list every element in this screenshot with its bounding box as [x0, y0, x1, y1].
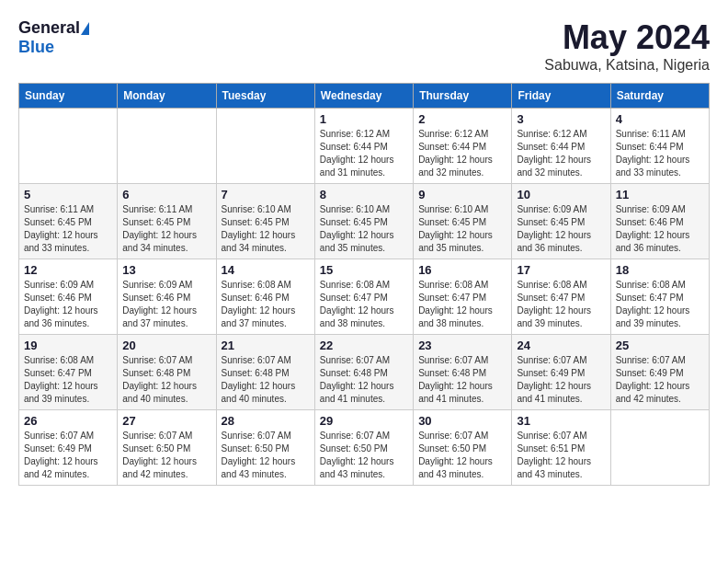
day-number: 15 — [320, 263, 408, 277]
day-number: 31 — [517, 414, 605, 428]
day-number: 14 — [222, 263, 310, 277]
day-info: Sunrise: 6:07 AM Sunset: 6:50 PM Dayligh… — [222, 430, 310, 481]
day-info: Sunrise: 6:09 AM Sunset: 6:46 PM Dayligh… — [616, 203, 704, 255]
calendar-day-cell: 25Sunrise: 6:07 AM Sunset: 6:49 PM Dayli… — [610, 335, 709, 410]
day-info: Sunrise: 6:07 AM Sunset: 6:48 PM Dayligh… — [418, 354, 506, 406]
calendar-day-cell: 1Sunrise: 6:12 AM Sunset: 6:44 PM Daylig… — [314, 109, 413, 184]
day-info: Sunrise: 6:07 AM Sunset: 6:51 PM Dayligh… — [517, 430, 605, 481]
location-title: Sabuwa, Katsina, Nigeria — [544, 57, 710, 74]
calendar-day-cell: 10Sunrise: 6:09 AM Sunset: 6:45 PM Dayli… — [512, 184, 610, 259]
day-number: 22 — [320, 339, 408, 352]
day-info: Sunrise: 6:07 AM Sunset: 6:50 PM Dayligh… — [122, 430, 210, 481]
calendar-day-cell: 20Sunrise: 6:07 AM Sunset: 6:48 PM Dayli… — [118, 335, 216, 410]
calendar-day-cell: 16Sunrise: 6:08 AM Sunset: 6:47 PM Dayli… — [414, 259, 512, 335]
calendar-day-cell: 7Sunrise: 6:10 AM Sunset: 6:45 PM Daylig… — [216, 184, 314, 259]
logo-general-text: General — [18, 18, 80, 38]
day-info: Sunrise: 6:10 AM Sunset: 6:45 PM Dayligh… — [222, 203, 310, 255]
weekday-header-cell: Friday — [512, 84, 610, 109]
weekday-header-cell: Thursday — [414, 84, 512, 109]
day-number: 5 — [24, 188, 112, 201]
day-info: Sunrise: 6:07 AM Sunset: 6:49 PM Dayligh… — [616, 354, 704, 406]
weekday-header-cell: Wednesday — [314, 84, 413, 109]
title-section: May 2024 Sabuwa, Katsina, Nigeria — [544, 18, 710, 74]
calendar-day-cell: 18Sunrise: 6:08 AM Sunset: 6:47 PM Dayli… — [610, 259, 709, 335]
day-info: Sunrise: 6:08 AM Sunset: 6:47 PM Dayligh… — [616, 279, 704, 330]
day-number: 12 — [24, 263, 112, 277]
calendar-day-cell: 2Sunrise: 6:12 AM Sunset: 6:44 PM Daylig… — [414, 109, 512, 184]
calendar-day-cell: 27Sunrise: 6:07 AM Sunset: 6:50 PM Dayli… — [118, 410, 216, 486]
calendar-day-cell: 6Sunrise: 6:11 AM Sunset: 6:45 PM Daylig… — [118, 184, 216, 259]
calendar-day-cell: 14Sunrise: 6:08 AM Sunset: 6:46 PM Dayli… — [216, 259, 314, 335]
day-info: Sunrise: 6:07 AM Sunset: 6:49 PM Dayligh… — [24, 430, 112, 481]
calendar-day-cell — [610, 410, 709, 486]
day-number: 1 — [320, 112, 408, 126]
weekday-header-cell: Monday — [118, 84, 216, 109]
day-number: 19 — [24, 339, 112, 352]
day-info: Sunrise: 6:07 AM Sunset: 6:50 PM Dayligh… — [320, 430, 408, 481]
calendar-day-cell: 4Sunrise: 6:11 AM Sunset: 6:44 PM Daylig… — [610, 109, 709, 184]
day-number: 30 — [418, 414, 506, 428]
calendar-day-cell: 12Sunrise: 6:09 AM Sunset: 6:46 PM Dayli… — [19, 259, 118, 335]
day-number: 29 — [320, 414, 408, 428]
calendar-day-cell — [216, 109, 314, 184]
day-info: Sunrise: 6:07 AM Sunset: 6:49 PM Dayligh… — [517, 354, 605, 406]
calendar-day-cell: 31Sunrise: 6:07 AM Sunset: 6:51 PM Dayli… — [512, 410, 610, 486]
day-info: Sunrise: 6:08 AM Sunset: 6:47 PM Dayligh… — [517, 279, 605, 330]
day-info: Sunrise: 6:12 AM Sunset: 6:44 PM Dayligh… — [418, 128, 506, 179]
calendar-week-row: 1Sunrise: 6:12 AM Sunset: 6:44 PM Daylig… — [19, 109, 710, 184]
day-info: Sunrise: 6:07 AM Sunset: 6:50 PM Dayligh… — [418, 430, 506, 481]
day-number: 21 — [222, 339, 310, 352]
calendar-week-row: 12Sunrise: 6:09 AM Sunset: 6:46 PM Dayli… — [19, 259, 710, 335]
day-info: Sunrise: 6:11 AM Sunset: 6:44 PM Dayligh… — [616, 128, 704, 179]
day-info: Sunrise: 6:09 AM Sunset: 6:45 PM Dayligh… — [517, 203, 605, 255]
day-info: Sunrise: 6:07 AM Sunset: 6:48 PM Dayligh… — [122, 354, 210, 406]
day-number: 28 — [222, 414, 310, 428]
day-info: Sunrise: 6:10 AM Sunset: 6:45 PM Dayligh… — [320, 203, 408, 255]
day-info: Sunrise: 6:09 AM Sunset: 6:46 PM Dayligh… — [122, 279, 210, 330]
calendar-day-cell: 15Sunrise: 6:08 AM Sunset: 6:47 PM Dayli… — [314, 259, 413, 335]
day-number: 11 — [616, 188, 704, 201]
day-info: Sunrise: 6:08 AM Sunset: 6:47 PM Dayligh… — [418, 279, 506, 330]
calendar-week-row: 5Sunrise: 6:11 AM Sunset: 6:45 PM Daylig… — [19, 184, 710, 259]
day-number: 25 — [616, 339, 704, 352]
calendar-day-cell — [19, 109, 118, 184]
calendar-day-cell: 23Sunrise: 6:07 AM Sunset: 6:48 PM Dayli… — [414, 335, 512, 410]
day-info: Sunrise: 6:12 AM Sunset: 6:44 PM Dayligh… — [517, 128, 605, 179]
day-info: Sunrise: 6:08 AM Sunset: 6:47 PM Dayligh… — [320, 279, 408, 330]
calendar-day-cell — [118, 109, 216, 184]
calendar-day-cell: 5Sunrise: 6:11 AM Sunset: 6:45 PM Daylig… — [19, 184, 118, 259]
calendar-day-cell: 9Sunrise: 6:10 AM Sunset: 6:45 PM Daylig… — [414, 184, 512, 259]
day-info: Sunrise: 6:07 AM Sunset: 6:48 PM Dayligh… — [222, 354, 310, 406]
month-title: May 2024 — [544, 18, 710, 57]
day-number: 6 — [122, 188, 210, 201]
day-number: 10 — [517, 188, 605, 201]
day-number: 17 — [517, 263, 605, 277]
calendar-day-cell: 21Sunrise: 6:07 AM Sunset: 6:48 PM Dayli… — [216, 335, 314, 410]
calendar-day-cell: 22Sunrise: 6:07 AM Sunset: 6:48 PM Dayli… — [314, 335, 413, 410]
day-number: 7 — [222, 188, 310, 201]
day-info: Sunrise: 6:11 AM Sunset: 6:45 PM Dayligh… — [24, 203, 112, 255]
weekday-header-row: SundayMondayTuesdayWednesdayThursdayFrid… — [19, 84, 710, 109]
day-number: 3 — [517, 112, 605, 126]
day-info: Sunrise: 6:11 AM Sunset: 6:45 PM Dayligh… — [122, 203, 210, 255]
day-info: Sunrise: 6:08 AM Sunset: 6:46 PM Dayligh… — [222, 279, 310, 330]
calendar-day-cell: 26Sunrise: 6:07 AM Sunset: 6:49 PM Dayli… — [19, 410, 118, 486]
day-info: Sunrise: 6:10 AM Sunset: 6:45 PM Dayligh… — [418, 203, 506, 255]
day-info: Sunrise: 6:12 AM Sunset: 6:44 PM Dayligh… — [320, 128, 408, 179]
day-info: Sunrise: 6:08 AM Sunset: 6:47 PM Dayligh… — [24, 354, 112, 406]
page-header: General Blue May 2024 Sabuwa, Katsina, N… — [18, 18, 710, 74]
logo-triangle-icon — [81, 22, 89, 35]
calendar-day-cell: 17Sunrise: 6:08 AM Sunset: 6:47 PM Dayli… — [512, 259, 610, 335]
calendar-day-cell: 30Sunrise: 6:07 AM Sunset: 6:50 PM Dayli… — [414, 410, 512, 486]
weekday-header-cell: Saturday — [610, 84, 709, 109]
day-number: 27 — [122, 414, 210, 428]
calendar-day-cell: 24Sunrise: 6:07 AM Sunset: 6:49 PM Dayli… — [512, 335, 610, 410]
day-number: 20 — [122, 339, 210, 352]
day-info: Sunrise: 6:07 AM Sunset: 6:48 PM Dayligh… — [320, 354, 408, 406]
logo-blue-text: Blue — [18, 38, 54, 56]
day-number: 26 — [24, 414, 112, 428]
calendar-body: 1Sunrise: 6:12 AM Sunset: 6:44 PM Daylig… — [19, 109, 710, 486]
calendar-table: SundayMondayTuesdayWednesdayThursdayFrid… — [18, 83, 710, 486]
logo: General Blue — [18, 18, 89, 57]
day-number: 2 — [418, 112, 506, 126]
